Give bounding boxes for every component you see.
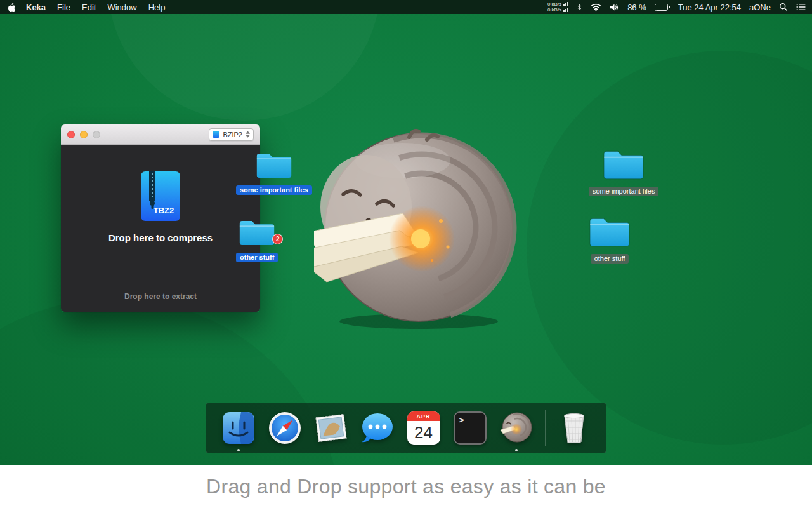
tbz2-file-icon: TBZ2 bbox=[141, 171, 180, 224]
extract-drop-zone[interactable]: Drop here to extract bbox=[61, 281, 260, 312]
folder-label: other stuff bbox=[591, 254, 629, 264]
calendar-day-label: 24 bbox=[407, 421, 440, 444]
window-titlebar[interactable]: BZIP2 bbox=[61, 124, 260, 145]
desktop-folder-some-important-files[interactable]: some important files bbox=[589, 147, 658, 196]
network-speed-indicator[interactable]: 0 kB/s 0 kB/s bbox=[547, 2, 568, 13]
drop-extract-label: Drop here to extract bbox=[124, 292, 197, 301]
wifi-icon[interactable] bbox=[591, 3, 601, 11]
desktop-folder-other-stuff[interactable]: other stuff bbox=[589, 215, 631, 264]
format-file-icon bbox=[213, 131, 219, 138]
minimize-button[interactable] bbox=[80, 131, 88, 138]
dock-keka-icon[interactable] bbox=[499, 410, 534, 446]
terminal-prompt-glyph: >_ bbox=[454, 411, 487, 444]
format-select-value: BZIP2 bbox=[223, 131, 242, 138]
menu-bar: Keka File Edit Window Help 0 kB/s 0 kB/s… bbox=[0, 0, 812, 14]
drop-compress-label: Drop here to compress bbox=[108, 232, 213, 243]
dragged-folder-other-stuff[interactable]: 2 other stuff bbox=[236, 217, 278, 262]
desktop: Keka File Edit Window Help 0 kB/s 0 kB/s… bbox=[0, 0, 812, 508]
user-name-label[interactable]: aONe bbox=[749, 3, 771, 12]
dock-messages-icon[interactable] bbox=[360, 410, 395, 446]
folder-icon bbox=[256, 150, 292, 183]
background-circle bbox=[108, 0, 381, 121]
folder-icon bbox=[603, 147, 645, 184]
spotlight-search-icon[interactable] bbox=[779, 3, 788, 11]
folder-icon bbox=[589, 215, 631, 251]
compress-drop-zone[interactable]: TBZ2 Drop here to compress Drop here to … bbox=[61, 145, 260, 312]
zoom-button[interactable] bbox=[93, 131, 100, 138]
dock-separator bbox=[545, 410, 546, 446]
menu-bar-clock[interactable]: Tue 24 Apr 22:54 bbox=[678, 3, 741, 12]
net-bars-icon bbox=[563, 2, 568, 6]
net-up-label: 0 kB/s bbox=[547, 2, 561, 7]
format-select[interactable]: BZIP2 bbox=[209, 128, 254, 141]
notification-center-icon[interactable] bbox=[796, 3, 806, 11]
count-badge: 2 bbox=[272, 234, 283, 244]
caption-bar: Drag and Drop support as easy as it can … bbox=[0, 465, 812, 508]
dock-finder-icon[interactable] bbox=[221, 410, 256, 446]
chevron-up-down-icon bbox=[246, 131, 250, 138]
svg-text:TBZ2: TBZ2 bbox=[154, 206, 174, 215]
folder-label: other stuff bbox=[236, 253, 278, 262]
dock-mail-icon[interactable] bbox=[313, 410, 349, 446]
dragged-folder-some-important-files[interactable]: some important files bbox=[236, 150, 312, 195]
menu-window[interactable]: Window bbox=[107, 3, 136, 12]
dock-trash-icon[interactable] bbox=[556, 410, 592, 446]
keka-mascot-illustration bbox=[314, 126, 523, 330]
menu-file[interactable]: File bbox=[57, 3, 70, 12]
volume-icon[interactable] bbox=[610, 3, 619, 11]
dock-terminal-icon[interactable]: >_ bbox=[452, 410, 488, 446]
menu-help[interactable]: Help bbox=[148, 3, 166, 12]
net-bars-icon bbox=[563, 8, 568, 12]
close-button[interactable] bbox=[67, 131, 75, 138]
battery-percent-label: 86 % bbox=[627, 3, 646, 12]
dock-safari-icon[interactable] bbox=[267, 410, 303, 446]
dock: APR 24 >_ bbox=[206, 403, 606, 453]
background-circle bbox=[527, 51, 812, 444]
apple-icon[interactable] bbox=[6, 3, 15, 12]
app-menu-keka[interactable]: Keka bbox=[26, 3, 46, 12]
folder-label: some important files bbox=[589, 187, 658, 196]
menu-edit[interactable]: Edit bbox=[82, 3, 96, 12]
calendar-month-label: APR bbox=[407, 411, 440, 421]
folder-label: some important files bbox=[236, 185, 312, 195]
keka-window: BZIP2 bbox=[61, 124, 260, 312]
net-down-label: 0 kB/s bbox=[547, 8, 561, 13]
battery-icon[interactable] bbox=[655, 4, 670, 11]
dock-calendar-icon[interactable]: APR 24 bbox=[406, 410, 442, 446]
bluetooth-icon[interactable] bbox=[577, 3, 582, 12]
caption-text: Drag and Drop support as easy as it can … bbox=[206, 475, 606, 498]
folder-icon bbox=[239, 217, 275, 250]
